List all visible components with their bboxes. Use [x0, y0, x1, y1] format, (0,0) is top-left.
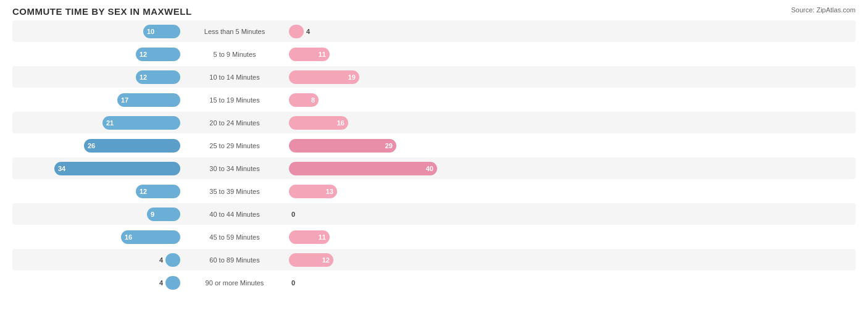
row-label: 15 to 19 Minutes [185, 96, 284, 104]
male-bar: 17 [117, 93, 180, 107]
male-bar-container: 34 [32, 162, 180, 175]
male-bar-container: 4 [32, 253, 180, 267]
chart-row: 17 15 to 19 Minutes 8 [12, 89, 856, 111]
chart-row: 12 10 to 14 Minutes 19 [12, 66, 856, 88]
male-bar-container: 12 [32, 70, 180, 84]
right-section: 19 [284, 70, 856, 84]
male-bar-container: 26 [32, 139, 180, 153]
male-value: 16 [125, 233, 132, 241]
chart-row: 12 35 to 39 Minutes 13 [12, 180, 856, 202]
male-value: 10 [147, 28, 154, 35]
right-section: 12 [284, 253, 856, 267]
male-bar-container: 10 [32, 25, 180, 38]
left-section: 21 [12, 116, 185, 130]
chart-row: 4 60 to 89 Minutes 12 [12, 249, 856, 271]
male-value: 12 [140, 188, 147, 195]
female-value: 11 [319, 233, 326, 241]
female-value: 0 [291, 211, 295, 218]
row-label: 90 or more Minutes [185, 279, 284, 287]
left-section: 4 [12, 276, 185, 290]
right-section: 11 [284, 230, 856, 244]
female-bar: 11 [289, 230, 330, 244]
chart-row: 9 40 to 44 Minutes 0 [12, 203, 856, 225]
chart-row: 12 5 to 9 Minutes 11 [12, 43, 856, 65]
row-label: 30 to 34 Minutes [185, 165, 284, 172]
male-bar-container: 17 [32, 93, 180, 107]
chart-row: 16 45 to 59 Minutes 11 [12, 226, 856, 248]
chart-title: COMMUTE TIME BY SEX IN MAXWELL [12, 6, 192, 17]
female-bar: 29 [289, 139, 396, 153]
left-section: 4 [12, 253, 185, 267]
right-section: 4 [284, 25, 856, 38]
male-value: 17 [121, 96, 128, 104]
male-value: 26 [88, 142, 95, 149]
row-label: 25 to 29 Minutes [185, 142, 284, 149]
male-bar [165, 276, 180, 290]
chart-row: 10 Less than 5 Minutes 4 [12, 20, 856, 42]
female-bar: 13 [289, 185, 337, 198]
female-value: 13 [326, 188, 333, 195]
right-section: 29 [284, 139, 856, 153]
source-text: Source: ZipAtlas.com [791, 6, 856, 14]
female-bar: 11 [289, 48, 330, 61]
male-bar: 12 [136, 185, 180, 198]
male-bar: 16 [121, 230, 180, 244]
male-bar: 12 [136, 48, 180, 61]
female-value: 29 [385, 142, 393, 149]
right-section: 40 [284, 162, 856, 175]
left-section: 10 [12, 25, 185, 38]
male-value: 4 [159, 279, 163, 287]
left-section: 12 [12, 70, 185, 84]
right-section: 0 [284, 211, 856, 218]
female-bar [289, 25, 304, 38]
female-value: 8 [311, 96, 315, 104]
chart-container: COMMUTE TIME BY SEX IN MAXWELL Source: Z… [0, 0, 868, 323]
left-section: 9 [12, 208, 185, 221]
male-bar: 9 [147, 208, 180, 221]
male-bar-container: 16 [32, 230, 180, 244]
left-section: 12 [12, 48, 185, 61]
chart-row: 21 20 to 24 Minutes 16 [12, 112, 856, 133]
row-label: 60 to 89 Minutes [185, 256, 284, 264]
male-bar-container: 9 [32, 208, 180, 221]
female-bar: 12 [289, 253, 333, 267]
male-bar-container: 4 [32, 276, 180, 290]
male-value: 9 [151, 211, 154, 218]
row-label: 10 to 14 Minutes [185, 73, 284, 81]
left-section: 26 [12, 139, 185, 153]
row-label: Less than 5 Minutes [185, 28, 284, 35]
left-section: 12 [12, 185, 185, 198]
male-bar-container: 21 [32, 116, 180, 130]
male-value: 34 [58, 165, 65, 172]
row-label: 45 to 59 Minutes [185, 233, 284, 241]
female-bar: 19 [289, 70, 359, 84]
row-label: 35 to 39 Minutes [185, 188, 284, 195]
right-section: 0 [284, 279, 856, 287]
chart-area: 10 Less than 5 Minutes 4 12 [12, 20, 856, 269]
row-label: 20 to 24 Minutes [185, 119, 284, 127]
male-bar: 10 [143, 25, 180, 38]
male-bar [165, 253, 180, 267]
male-bar: 21 [102, 116, 180, 130]
left-section: 17 [12, 93, 185, 107]
male-value: 12 [140, 73, 147, 81]
female-bar: 8 [289, 93, 319, 107]
row-label: 40 to 44 Minutes [185, 211, 284, 218]
right-section: 16 [284, 116, 856, 130]
female-value: 0 [291, 279, 295, 287]
male-value: 21 [106, 119, 114, 127]
female-value: 11 [319, 51, 326, 58]
female-value: 4 [306, 28, 310, 35]
row-label: 5 to 9 Minutes [185, 51, 284, 58]
male-bar: 34 [54, 162, 180, 175]
male-bar: 26 [84, 139, 180, 153]
female-bar: 16 [289, 116, 348, 130]
female-value: 12 [322, 256, 330, 264]
female-value: 19 [348, 73, 356, 81]
chart-row: 26 25 to 29 Minutes 29 [12, 135, 856, 156]
male-value: 4 [159, 256, 163, 264]
male-value: 12 [140, 51, 147, 58]
male-bar-container: 12 [32, 185, 180, 198]
female-value: 40 [426, 165, 433, 172]
female-bar: 40 [289, 162, 437, 175]
